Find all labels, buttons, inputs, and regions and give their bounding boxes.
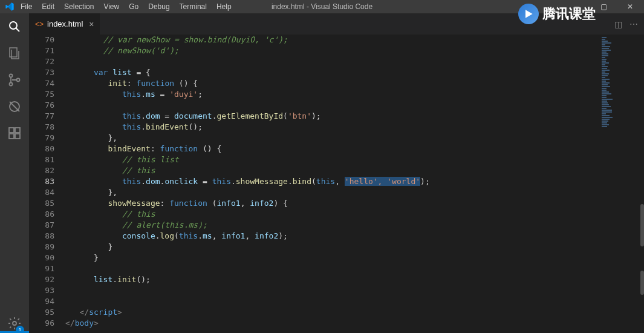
svg-rect-9 <box>9 128 14 133</box>
code-line[interactable]: // this <box>65 209 596 220</box>
code-line[interactable]: // var newShow = show.bind(DuyiO, 'c'); <box>65 35 596 45</box>
window-root: File Edit Selection View Go Debug Termin… <box>0 0 644 333</box>
menu-file[interactable]: File <box>21 2 32 11</box>
code-line[interactable] <box>65 296 596 307</box>
line-number: 80 <box>29 143 54 154</box>
menu-debug[interactable]: Debug <box>148 2 169 11</box>
more-actions-icon[interactable]: ⋯ <box>629 19 638 29</box>
source-control-icon[interactable] <box>7 73 22 87</box>
line-number: 93 <box>29 285 54 296</box>
html-file-icon: <> <box>35 20 44 28</box>
line-number: 83 <box>29 176 54 187</box>
code-line[interactable]: showMessage: function (info1, info2) { <box>65 198 596 209</box>
code-line[interactable]: } <box>65 252 596 263</box>
line-number: 95 <box>29 307 54 318</box>
tab-index-html[interactable]: <> index.html × <box>29 13 100 35</box>
svg-point-5 <box>10 83 13 86</box>
code-area[interactable]: // var newShow = show.bind(DuyiO, 'c'); … <box>65 35 596 333</box>
code-line[interactable]: this.dom.onclick = this.showMessage.bind… <box>65 176 596 187</box>
svg-point-4 <box>10 74 13 77</box>
line-number: 72 <box>29 56 54 67</box>
maximize-icon[interactable]: ▢ <box>594 2 613 11</box>
files-icon[interactable] <box>7 46 22 61</box>
code-line[interactable]: // alert(this.ms); <box>65 220 596 231</box>
debug-icon[interactable] <box>7 99 22 114</box>
code-line[interactable]: }, <box>65 187 596 198</box>
split-editor-icon[interactable]: ◫ <box>614 19 622 29</box>
editor-body[interactable]: 7071727374757677787980818283848586878889… <box>29 35 644 333</box>
code-line[interactable]: list.init(); <box>65 274 596 285</box>
line-number: 74 <box>29 78 54 89</box>
svg-point-6 <box>17 79 20 82</box>
svg-line-2 <box>16 28 20 32</box>
main-area: 1 <> index.html × ◫ ⋯ 707172737475767778… <box>0 13 644 333</box>
line-number: 71 <box>29 45 54 56</box>
brand-logo-icon <box>518 4 539 24</box>
svg-rect-3 <box>10 48 17 57</box>
svg-rect-11 <box>9 134 14 139</box>
line-number: 82 <box>29 165 54 176</box>
code-line[interactable] <box>65 263 596 274</box>
svg-rect-12 <box>15 134 20 139</box>
code-line[interactable]: } <box>65 242 596 252</box>
brand-overlay: 腾讯课堂 <box>518 4 596 24</box>
line-number: 87 <box>29 220 54 231</box>
code-line[interactable]: this.dom = document.getElementById('btn'… <box>65 111 596 122</box>
code-line[interactable]: // newShow('d'); <box>65 45 596 56</box>
activity-bar: 1 <box>0 13 29 333</box>
svg-rect-10 <box>15 128 20 133</box>
svg-point-1 <box>10 22 17 29</box>
search-icon[interactable] <box>7 19 22 34</box>
line-number: 79 <box>29 133 54 143</box>
code-line[interactable] <box>65 100 596 111</box>
code-line[interactable]: console.log(this.ms, info1, info2); <box>65 231 596 242</box>
menu-selection[interactable]: Selection <box>64 2 94 11</box>
editor-group: <> index.html × ◫ ⋯ 70717273747576777879… <box>29 13 644 333</box>
svg-point-13 <box>13 321 16 325</box>
minimap-scrollbar[interactable] <box>640 271 644 295</box>
menu-terminal[interactable]: Terminal <box>180 2 207 11</box>
extensions-icon[interactable] <box>7 126 22 140</box>
code-line[interactable]: </body> <box>65 318 596 329</box>
line-number: 86 <box>29 209 54 220</box>
line-number: 77 <box>29 111 54 122</box>
minimap[interactable] <box>596 35 644 333</box>
brand-text: 腾讯课堂 <box>542 5 596 23</box>
code-line[interactable]: }, <box>65 133 596 143</box>
vscode-logo-icon <box>5 2 15 12</box>
menu-view[interactable]: View <box>103 2 119 11</box>
window-title: index.html - Visual Studio Code <box>272 2 372 11</box>
line-number: 91 <box>29 263 54 274</box>
line-number: 75 <box>29 89 54 100</box>
line-number: 78 <box>29 122 54 133</box>
line-number-gutter: 7071727374757677787980818283848586878889… <box>29 35 65 333</box>
menu-go[interactable]: Go <box>129 2 138 11</box>
line-number: 84 <box>29 187 54 198</box>
code-line[interactable]: bindEvent: function () { <box>65 143 596 154</box>
line-number: 76 <box>29 100 54 111</box>
line-number: 96 <box>29 318 54 329</box>
code-line[interactable]: var list = { <box>65 67 596 78</box>
menu-edit[interactable]: Edit <box>42 2 54 11</box>
code-line[interactable]: init: function () { <box>65 78 596 89</box>
code-line[interactable]: </script> <box>65 307 596 318</box>
svg-marker-0 <box>525 10 533 18</box>
tab-close-icon[interactable]: × <box>89 19 94 29</box>
line-number: 89 <box>29 242 54 252</box>
code-line[interactable]: // this <box>65 165 596 176</box>
code-line[interactable] <box>65 56 596 67</box>
line-number: 81 <box>29 154 54 165</box>
line-number: 70 <box>29 35 54 45</box>
menu-help[interactable]: Help <box>216 2 232 11</box>
close-icon[interactable]: ✕ <box>621 2 639 11</box>
line-number: 73 <box>29 67 54 78</box>
code-line[interactable]: this.bindEvent(); <box>65 122 596 133</box>
line-number: 92 <box>29 274 54 285</box>
tab-label: index.html <box>47 19 83 28</box>
code-line[interactable]: // this list <box>65 154 596 165</box>
line-number: 88 <box>29 231 54 242</box>
minimap-scrollbar[interactable] <box>640 204 644 246</box>
line-number: 90 <box>29 252 54 263</box>
code-line[interactable] <box>65 285 596 296</box>
code-line[interactable]: this.ms = 'duyi'; <box>65 89 596 100</box>
